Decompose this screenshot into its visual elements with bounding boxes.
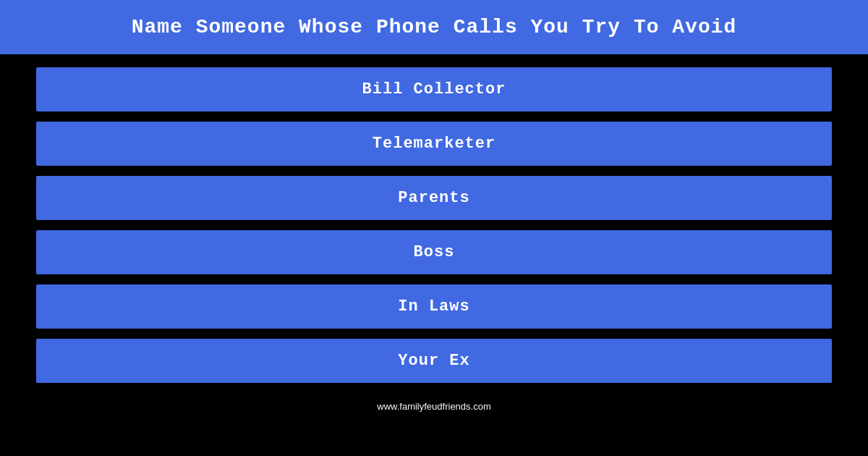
answer-row[interactable]: Your Ex bbox=[36, 339, 832, 383]
header-bar: Name Someone Whose Phone Calls You Try T… bbox=[0, 0, 868, 54]
answer-row[interactable]: Telemarketer bbox=[36, 122, 832, 166]
answer-text: Your Ex bbox=[398, 352, 469, 370]
answer-row[interactable]: Boss bbox=[36, 230, 832, 274]
footer: www.familyfeudfriends.com bbox=[0, 396, 868, 418]
answer-text: Bill Collector bbox=[362, 80, 506, 98]
answer-text: Parents bbox=[398, 189, 469, 207]
answer-text: Telemarketer bbox=[373, 135, 495, 153]
answer-row[interactable]: Parents bbox=[36, 176, 832, 220]
answer-text: In Laws bbox=[398, 297, 469, 316]
answer-row[interactable]: In Laws bbox=[36, 284, 832, 329]
footer-url: www.familyfeudfriends.com bbox=[377, 401, 491, 412]
answers-container: Bill CollectorTelemarketerParentsBossIn … bbox=[0, 54, 868, 390]
answer-text: Boss bbox=[414, 243, 455, 261]
question-title: Name Someone Whose Phone Calls You Try T… bbox=[132, 16, 737, 38]
answer-row[interactable]: Bill Collector bbox=[36, 67, 832, 111]
